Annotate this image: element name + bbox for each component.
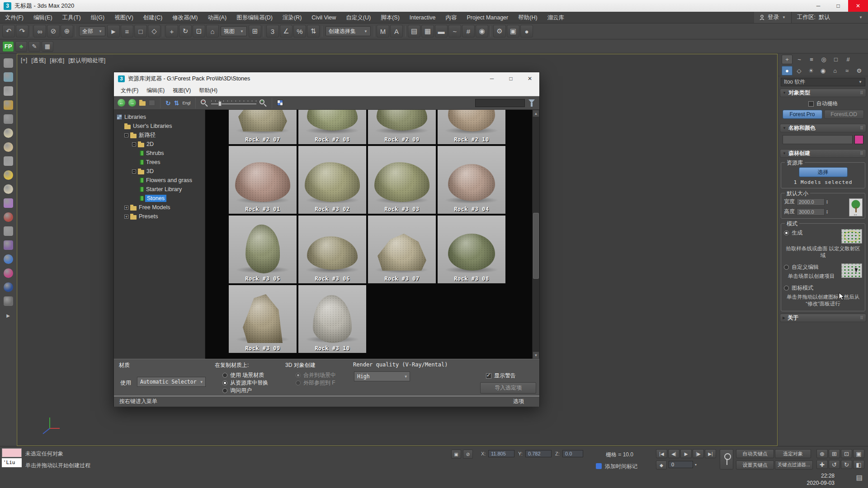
window-crossing-icon[interactable]: ◇ [148,25,160,38]
tree-item[interactable]: -2D [114,140,205,149]
curve-editor-icon[interactable]: ~ [448,25,461,38]
select-object-icon[interactable]: ► [107,25,120,38]
reference-coordinate-dropdown[interactable]: 视图▼ [221,26,247,36]
forest-tree-icon[interactable]: ♣ [15,41,27,52]
orbit-icon[interactable]: ↺ [829,460,840,469]
menu-views[interactable]: 视图(V) [109,12,138,23]
zoom-out-icon[interactable]: − [201,99,208,107]
minimize-button[interactable]: ─ [808,0,828,12]
mode-radio-1[interactable] [784,265,789,270]
left-tool-dots[interactable] [4,268,13,278]
select-and-place-icon[interactable]: ⌂ [206,25,219,38]
menu-scripting[interactable]: 脚本(S) [376,12,405,23]
menu-modifiers[interactable]: 修改器(M) [167,12,203,23]
sync-library-icon[interactable]: ⇅ [174,99,179,107]
scrollbar-thumb[interactable] [533,213,539,279]
menu-civil-view[interactable]: Civil View [307,12,341,23]
tree-item[interactable]: Starter Library [114,185,205,194]
material-selector-dropdown[interactable]: Automatic Selector ▼ [137,377,206,387]
tree-expand-icon[interactable]: + [124,215,128,219]
maxscript-mini-listener[interactable]: 'Liu [2,458,22,467]
login-button[interactable]: 登录 ▼ [754,12,791,23]
radio-icon[interactable] [222,373,227,378]
forest-lod-button[interactable]: ForestLOD [824,110,864,119]
space-warps-category-icon[interactable]: ≈ [842,66,853,75]
asset-thumbnail[interactable]: Rock #2 10 [438,110,505,144]
undo-icon[interactable]: ↶ [2,25,15,38]
tree-item[interactable]: Shrubs [114,149,205,158]
mode-radio-2[interactable] [784,286,789,291]
schematic-view-icon[interactable]: # [462,25,475,38]
dialog-close-button[interactable]: ✕ [520,72,539,85]
zoom-extents-icon[interactable]: ⊡ [841,449,852,458]
left-tool-scatter[interactable] [4,198,13,208]
show-warnings-checkbox[interactable] [486,373,491,379]
snap-toggle-3d-icon[interactable]: 3 [266,25,279,38]
tree-expand-icon[interactable]: - [124,133,128,137]
left-tool-sun[interactable] [4,170,13,180]
asset-thumbnail[interactable]: Rock #3 03 [368,146,436,214]
menu-tools[interactable]: 工具(T) [57,12,86,23]
set-keys-button[interactable] [720,449,733,469]
menu-rendering[interactable]: 渲染(R) [278,12,307,23]
redo-icon[interactable]: ↷ [16,25,28,38]
menu-file[interactable]: 文件(F) [0,12,28,23]
left-tool-gold[interactable] [4,100,13,110]
cameras-category-icon[interactable]: ◉ [818,66,829,75]
dialog-menu-file[interactable]: 文件(F) [117,87,142,94]
left-tool-swirl[interactable] [4,72,13,82]
left-tool-gray[interactable] [4,86,13,96]
rollout-about[interactable]: ▶ 关于 ⠿ [780,314,866,322]
menu-customize[interactable]: 自定义(U) [341,12,376,23]
left-tool-cream[interactable] [4,128,13,138]
height-spinner[interactable]: ▴▾ [826,210,828,214]
maximize-button[interactable]: □ [828,0,848,12]
set-key-button[interactable]: 设置关键点 [736,460,774,469]
systems-category-icon[interactable]: ⚙ [854,66,864,75]
back-icon[interactable]: ← [118,99,125,107]
selection-lock-icon[interactable]: ⊘ [463,450,473,459]
menu-interactive[interactable]: Interactive [405,12,441,23]
use-pivot-center-icon[interactable]: ⊞ [249,25,261,38]
bind-to-space-warp-icon[interactable]: ⊕ [61,25,73,38]
auto-key-button[interactable]: 自动关键点 [736,449,774,458]
transport-button-1[interactable]: ◀| [668,449,679,458]
select-and-link-icon[interactable]: ∞ [33,25,46,38]
tree-expand-icon[interactable]: - [132,169,136,174]
workspace-selector[interactable]: 工作区: 默认 ▼ [791,12,868,23]
dialog-maximize-button[interactable]: □ [501,72,520,85]
lights-category-icon[interactable]: ☀ [806,66,816,75]
render-setup-icon[interactable]: ⚙ [493,25,506,38]
dialog-menu-help[interactable]: 帮助(H) [195,87,222,94]
tree-item[interactable]: Flowers and grass [114,176,205,185]
key-mode-toggle[interactable]: ◆ [656,460,667,469]
viewport-shading-label[interactable]: [默认明暗处理] [68,57,105,65]
asset-thumbnail[interactable]: Rock #3 01 [229,146,297,214]
import-selected-button[interactable]: 导入选定项 [480,382,536,394]
left-tool-blueball[interactable] [4,254,13,264]
object-color-swatch[interactable] [854,135,863,144]
render-quality-dropdown[interactable]: High ▼ [354,371,410,381]
menu-group[interactable]: 组(G) [86,12,110,23]
forest-pro-button[interactable]: Forest Pro [783,110,822,119]
forest-tools-icon[interactable]: ✎ [28,41,40,52]
left-tool-navyball[interactable] [4,282,13,292]
close-button[interactable]: ✕ [848,0,868,12]
select-and-rotate-icon[interactable]: ↻ [179,25,192,38]
autogrid-checkbox[interactable] [808,101,814,107]
macro-recorder-field[interactable] [2,448,22,457]
plugin-category-dropdown[interactable]: Itoo 软件 ▼ [781,78,865,86]
pan-icon[interactable]: ✚ [816,460,828,469]
render-production-icon[interactable]: ● [520,25,533,38]
rollout-name-color[interactable]: ▼ 名称和颜色 ⠿ [780,124,866,132]
dialog-options-link[interactable]: 选项 [513,398,534,405]
left-tool-sphere[interactable] [4,184,13,194]
menu-content[interactable]: 内容 [441,12,462,23]
filter-funnel-icon[interactable] [528,99,535,103]
dialog-menu-view[interactable]: 视图(V) [169,87,195,94]
folder-up-icon[interactable] [139,101,146,106]
isolate-selection-icon[interactable]: ▣ [451,450,461,459]
asset-thumbnail[interactable]: Rock #3 07 [368,216,436,283]
menu-graph-editors[interactable]: 图形编辑器(D) [231,12,278,23]
transport-button-0[interactable]: |◀ [656,449,667,458]
